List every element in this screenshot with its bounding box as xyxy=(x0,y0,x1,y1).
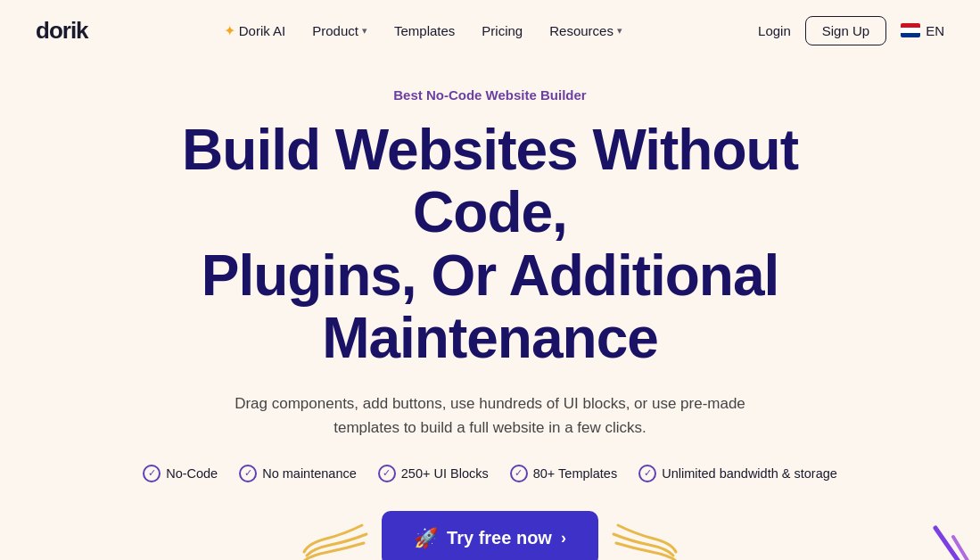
feature-nocode: ✓ No-Code xyxy=(143,465,218,482)
check-icon-5: ✓ xyxy=(638,465,656,482)
wing-left-decoration xyxy=(300,516,371,560)
features-row: ✓ No-Code ✓ No maintenance ✓ 250+ UI Blo… xyxy=(143,465,837,482)
logo[interactable]: dorik xyxy=(36,17,88,45)
nav-pricing-label: Pricing xyxy=(482,23,523,38)
chevron-down-icon: ▾ xyxy=(362,25,367,37)
nav-item-ai[interactable]: ✦ Dorik AI xyxy=(213,15,297,46)
cta-area: 🚀 Try free now › No CC Required! xyxy=(300,511,680,560)
feature-nomaint-label: No maintenance xyxy=(262,466,357,481)
sparkle-icon: ✦ xyxy=(224,22,235,39)
left-wing-svg xyxy=(300,516,371,560)
nav-center: ✦ Dorik AI Product ▾ Templates Pricing R… xyxy=(213,15,633,46)
check-icon-1: ✓ xyxy=(143,465,161,482)
check-icon-4: ✓ xyxy=(510,465,528,482)
feature-uiblocks-label: 250+ UI Blocks xyxy=(401,466,489,481)
rocket-icon: 🚀 xyxy=(414,527,438,550)
signup-button[interactable]: Sign Up xyxy=(805,16,886,45)
hero-section: Best No-Code Website Builder Build Websi… xyxy=(0,61,980,560)
nav-resources-label: Resources xyxy=(549,23,614,38)
nav-product-label: Product xyxy=(312,23,358,38)
feature-nomaint: ✓ No maintenance xyxy=(239,465,357,482)
lang-label: EN xyxy=(926,23,944,38)
navbar: dorik ✦ Dorik AI Product ▾ Templates Pri… xyxy=(0,0,980,61)
right-wing-svg xyxy=(609,516,680,560)
nav-templates-label: Templates xyxy=(394,23,455,38)
language-selector[interactable]: EN xyxy=(901,23,944,38)
flag-icon xyxy=(901,23,920,37)
login-link[interactable]: Login xyxy=(758,23,791,38)
cta-wings: 🚀 Try free now › xyxy=(300,511,680,560)
hero-subtitle: Drag components, add buttons, use hundre… xyxy=(223,391,758,440)
feature-bandwidth-label: Unlimited bandwidth & storage xyxy=(662,466,837,481)
hero-title-line1: Build Websites Without Code, xyxy=(182,118,798,244)
feature-templates: ✓ 80+ Templates xyxy=(510,465,617,482)
feature-bandwidth: ✓ Unlimited bandwidth & storage xyxy=(638,465,837,482)
hero-badge: Best No-Code Website Builder xyxy=(393,87,586,103)
check-icon-3: ✓ xyxy=(378,465,396,482)
feature-uiblocks: ✓ 250+ UI Blocks xyxy=(378,465,489,482)
nav-right: Login Sign Up EN xyxy=(758,16,944,45)
hero-title: Build Websites Without Code, Plugins, Or… xyxy=(111,119,869,370)
arrow-right-icon: › xyxy=(561,529,566,548)
wing-right-decoration xyxy=(609,516,680,560)
hero-title-line3: Maintenance xyxy=(322,306,658,370)
feature-templates-label: 80+ Templates xyxy=(533,466,617,481)
check-icon-2: ✓ xyxy=(239,465,257,482)
nav-item-templates[interactable]: Templates xyxy=(383,16,465,45)
feature-nocode-label: No-Code xyxy=(166,466,218,481)
chevron-down-icon-2: ▾ xyxy=(617,25,622,37)
nav-item-product[interactable]: Product ▾ xyxy=(301,16,378,45)
cta-button-label: Try free now xyxy=(447,528,552,548)
nav-item-resources[interactable]: Resources ▾ xyxy=(539,16,633,45)
nav-item-pricing[interactable]: Pricing xyxy=(471,16,533,45)
try-free-button[interactable]: 🚀 Try free now › xyxy=(382,511,598,560)
nav-ai-label: Dorik AI xyxy=(239,23,286,38)
hero-title-line2: Plugins, Or Additional xyxy=(202,243,779,308)
logo-text: dorik xyxy=(36,17,88,45)
